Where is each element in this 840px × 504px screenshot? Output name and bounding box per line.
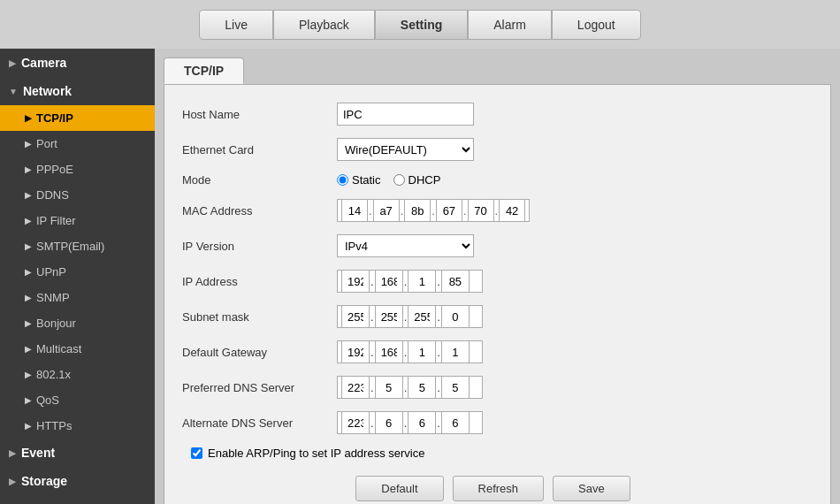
adns-seg-3[interactable] (408, 411, 436, 434)
gw-seg-2[interactable] (375, 340, 403, 363)
gw-dot-3: . (437, 346, 440, 359)
chevron-right-icon: ▶ (25, 395, 32, 405)
refresh-button[interactable]: Refresh (453, 476, 545, 501)
chevron-right-icon: ▶ (25, 370, 32, 379)
tab-live[interactable]: Live (199, 10, 273, 40)
chevron-right-icon: ▶ (25, 113, 32, 123)
mac-address-label: MAC Address (182, 204, 337, 218)
tab-alarm[interactable]: Alarm (468, 10, 552, 40)
gw-seg-4[interactable] (441, 340, 470, 363)
adns-seg-4[interactable] (441, 411, 470, 434)
mac-dot-2: . (401, 204, 404, 218)
pdns-seg-2[interactable] (375, 376, 403, 399)
top-navigation: Live Playback Setting Alarm Logout (0, 0, 840, 49)
chevron-right-icon-event: ▶ (9, 448, 16, 458)
subnet-dot-3: . (437, 310, 440, 324)
subnet-seg-1[interactable] (341, 305, 370, 328)
subnet-seg-4[interactable] (441, 305, 470, 328)
pdns-dot-2: . (404, 381, 408, 394)
mode-dhcp-text: DHCP (409, 173, 441, 187)
adns-seg-2[interactable] (375, 411, 403, 434)
pdns-seg-4[interactable] (441, 376, 470, 399)
tab-tcpip[interactable]: TCP/IP (164, 57, 244, 84)
chevron-right-icon: ▶ (25, 293, 32, 302)
sidebar-section-camera-label: Camera (21, 56, 66, 70)
sidebar-item-qos[interactable]: ▶ QoS (0, 387, 155, 413)
ip-seg-1[interactable] (341, 270, 370, 293)
sidebar-item-https[interactable]: ▶ HTTPs (0, 413, 155, 439)
mac-seg-1[interactable] (341, 199, 368, 222)
ip-address-label: IP Address (182, 275, 337, 288)
pdns-seg-1[interactable] (341, 376, 370, 399)
adns-seg-1[interactable] (341, 411, 370, 434)
mode-row: Mode Static DHCP (182, 173, 804, 187)
alternate-dns-field: . . . (337, 411, 483, 434)
mac-seg-2[interactable] (373, 199, 400, 222)
default-gateway-label: Default Gateway (182, 346, 337, 359)
preferred-dns-field: . . . (337, 376, 483, 399)
content-area: TCP/IP Host Name Ethernet Card Wire(DEFA… (155, 49, 840, 504)
ethernet-card-select[interactable]: Wire(DEFAULT) Wireless (337, 138, 474, 161)
subnet-seg-2[interactable] (375, 305, 403, 328)
tab-logout[interactable]: Logout (552, 10, 641, 40)
sidebar-item-ddns[interactable]: ▶ DDNS (0, 182, 155, 208)
mac-address-row: MAC Address . . . . . (182, 199, 804, 222)
tab-setting[interactable]: Setting (375, 10, 468, 40)
mode-dhcp-label[interactable]: DHCP (393, 173, 441, 187)
host-name-input[interactable] (337, 103, 474, 126)
mac-seg-4[interactable] (436, 199, 462, 222)
ip-version-select[interactable]: IPv4 IPv6 (337, 234, 474, 257)
preferred-dns-control: . . . (337, 376, 483, 399)
sidebar-item-tcpip[interactable]: ▶ TCP/IP (0, 105, 155, 131)
sidebar-section-network[interactable]: ▼ Network (0, 77, 155, 105)
ip-seg-3[interactable] (408, 270, 436, 293)
arp-ping-checkbox[interactable] (191, 447, 202, 459)
chevron-right-icon: ▶ (25, 139, 32, 149)
sidebar-section-system[interactable]: ▶ System (0, 495, 155, 504)
ip-seg-4[interactable] (441, 270, 470, 293)
host-name-label: Host Name (182, 108, 337, 121)
sidebar-item-snmp[interactable]: ▶ SNMP (0, 285, 155, 310)
sidebar-section-storage[interactable]: ▶ Storage (0, 467, 155, 495)
mode-dhcp-radio[interactable] (393, 174, 405, 186)
gw-dot-2: . (404, 346, 408, 359)
mac-seg-6[interactable] (499, 199, 525, 222)
subnet-seg-3[interactable] (408, 305, 436, 328)
sidebar-item-port[interactable]: ▶ Port (0, 131, 155, 157)
save-button[interactable]: Save (553, 476, 630, 501)
ip-address-field: . . . (337, 270, 483, 293)
pdns-seg-3[interactable] (408, 376, 436, 399)
mac-dot-3: . (431, 204, 435, 218)
form-buttons: Default Refresh Save (182, 476, 804, 501)
chevron-right-icon: ▶ (25, 216, 32, 225)
sidebar-item-ipfilter[interactable]: ▶ IP Filter (0, 208, 155, 233)
chevron-right-icon: ▶ (25, 241, 32, 251)
sidebar-section-camera[interactable]: ▶ Camera (0, 49, 155, 77)
ip-address-row: IP Address . . . (182, 270, 804, 293)
subnet-mask-field: . . . (337, 305, 483, 328)
mac-seg-5[interactable] (468, 199, 494, 222)
sidebar-section-event[interactable]: ▶ Event (0, 439, 155, 467)
subnet-mask-label: Subnet mask (182, 310, 337, 324)
sidebar-item-upnp[interactable]: ▶ UPnP (0, 259, 155, 285)
gw-seg-3[interactable] (408, 340, 436, 363)
mode-static-label[interactable]: Static (337, 173, 381, 187)
mode-static-radio[interactable] (337, 174, 348, 186)
tab-playback[interactable]: Playback (273, 10, 375, 40)
arp-ping-label: Enable ARP/Ping to set IP address servic… (208, 447, 424, 460)
mac-seg-3[interactable] (404, 199, 431, 222)
sidebar-item-smtp[interactable]: ▶ SMTP(Email) (0, 233, 155, 259)
ip-seg-2[interactable] (375, 270, 403, 293)
chevron-down-icon: ▼ (9, 87, 18, 96)
gw-seg-1[interactable] (341, 340, 370, 363)
alternate-dns-row: Alternate DNS Server . . . (182, 411, 804, 434)
default-gateway-field: . . . (337, 340, 483, 363)
sidebar-item-8021x[interactable]: ▶ 802.1x (0, 362, 155, 387)
sidebar-item-bonjour[interactable]: ▶ Bonjour (0, 310, 155, 336)
default-button[interactable]: Default (355, 476, 443, 501)
mac-dot-4: . (463, 204, 467, 218)
host-name-control (337, 103, 474, 126)
sidebar-item-pppoe[interactable]: ▶ PPPoE (0, 157, 155, 182)
mode-static-text: Static (352, 173, 381, 187)
sidebar-item-multicast[interactable]: ▶ Multicast (0, 336, 155, 362)
